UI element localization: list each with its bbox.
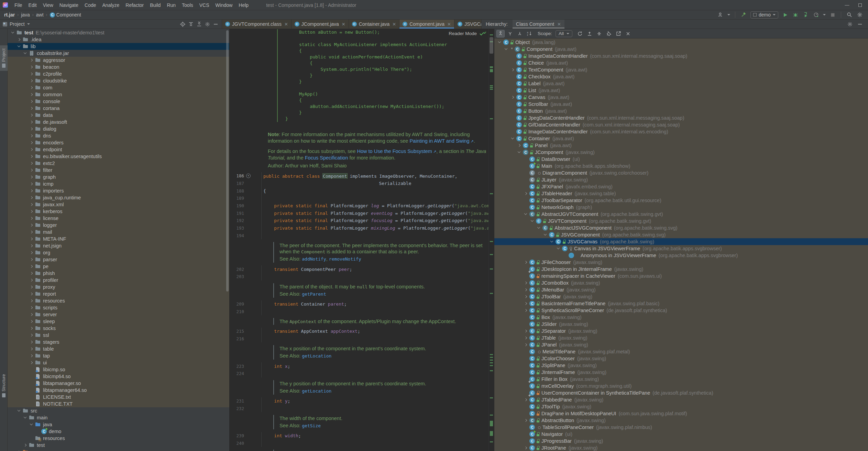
run-config-select[interactable]: demo [750, 11, 778, 19]
locate-file-icon[interactable] [180, 22, 185, 27]
project-tree-row[interactable]: icmp [8, 180, 229, 187]
hierarchy-tree-row[interactable]: CLabel(java.awt) [494, 80, 868, 87]
hierarchy-tree-row[interactable]: CAbstractJGVTComponent(org.apache.batik.… [494, 211, 868, 218]
doc-link[interactable]: Focus Specification [305, 155, 348, 161]
chevron-collapsed-icon[interactable] [523, 342, 528, 348]
code-line[interactable]: 209 transient Container parent; [230, 300, 488, 308]
chevron-collapsed-icon[interactable] [523, 294, 528, 299]
hierarchy-tree-row[interactable]: CJToolbarSeparator(org.apache.batik.util… [494, 197, 868, 204]
chevron-collapsed-icon[interactable] [29, 133, 34, 139]
hierarchy-tree-row[interactable]: CJComboBox(javax.swing) [494, 279, 868, 286]
chevron-collapsed-icon[interactable] [523, 260, 528, 265]
chevron-collapsed-icon[interactable] [29, 92, 34, 97]
hierarchy-tree-row[interactable]: CCanvas in JSVGViewerFrame(org.apache.ba… [494, 245, 868, 252]
code-line[interactable]: 187 Serializable [230, 180, 488, 187]
occurrence-mark[interactable] [490, 85, 493, 86]
chevron-collapsed-icon[interactable] [29, 264, 34, 269]
hierarchy-tree-row[interactable]: CJSeparator(javax.swing) [494, 328, 868, 334]
editor-gutter[interactable]: 216 [230, 335, 262, 343]
chevron-collapsed-icon[interactable] [29, 230, 34, 235]
project-tree-row[interactable]: endpoint [8, 146, 229, 153]
chevron-collapsed-icon[interactable] [29, 58, 34, 63]
close-icon[interactable]: ✕ [284, 22, 288, 27]
chevron-expanded-icon[interactable] [23, 51, 28, 56]
occurrence-mark[interactable] [490, 241, 493, 242]
project-tree-row[interactable]: cloudstrike [8, 77, 229, 84]
project-tree-row[interactable]: .idea [8, 36, 229, 43]
code-line[interactable]: 190 private static final PlatformLogger … [230, 202, 488, 210]
code-line[interactable]: 193 private static final PlatformLogger … [230, 224, 488, 232]
project-tree-row[interactable]: common [8, 91, 229, 98]
editor-scrollbar-thumb[interactable] [490, 37, 493, 54]
chevron-collapsed-icon[interactable] [29, 120, 34, 125]
hierarchy-tree-row[interactable]: CJToolBar(javax.swing) [494, 293, 868, 300]
project-tree-row[interactable]: dns [8, 132, 229, 139]
hierarchy-tree-row[interactable]: CChoice(java.awt) [494, 59, 868, 66]
editor-gutter[interactable]: 189 [230, 195, 262, 202]
hierarchy-tree-row[interactable]: CNavigator(ui) [494, 431, 868, 438]
menu-build[interactable]: Build [147, 0, 164, 10]
hierarchy-tree-row[interactable]: CJSplitPane(javax.swing) [494, 362, 868, 369]
editor-gutter[interactable]: 239 [230, 432, 262, 440]
hierarchy-tree-row[interactable]: CMetalTitlePane(javax.swing.plaf.metal) [494, 348, 868, 355]
chevron-collapsed-icon[interactable] [29, 113, 34, 118]
occurrence-mark[interactable] [490, 87, 493, 88]
project-tree-row[interactable]: stagers [8, 339, 229, 345]
chevron-collapsed-icon[interactable] [29, 271, 34, 276]
hide-hierarchy-icon[interactable] [857, 22, 862, 27]
doc-link[interactable]: getParent [302, 292, 326, 297]
chevron-collapsed-icon[interactable] [29, 147, 34, 152]
occurrence-mark[interactable] [490, 365, 493, 366]
editor-tab-Component.java[interactable]: CComponent.java✕ [399, 20, 454, 29]
menu-view[interactable]: View [40, 0, 56, 10]
hierarchy-tree-row[interactable]: CGifDataContentHandler(com.sun.xml.inter… [494, 121, 868, 128]
project-view-selector[interactable]: Project [3, 21, 30, 27]
chevron-collapsed-icon[interactable] [29, 65, 34, 70]
hierarchy-tree-row[interactable]: CDragPane in MotifDesktopPaneUI(com.sun.… [494, 410, 868, 417]
editor-gutter[interactable]: 193 [230, 224, 262, 232]
chevron-expanded-icon[interactable] [530, 219, 535, 224]
code-line[interactable]: 215 transient AppContext appContext; [230, 328, 488, 335]
chevron-collapsed-icon[interactable] [29, 188, 34, 194]
pin-icon[interactable] [605, 30, 613, 37]
chevron-collapsed-icon[interactable] [523, 446, 528, 451]
occurrence-mark[interactable] [490, 397, 493, 398]
chevron-expanded-icon[interactable] [510, 136, 515, 141]
close-icon[interactable] [624, 30, 632, 37]
chevron-collapsed-icon[interactable] [29, 99, 34, 104]
chevron-collapsed-icon[interactable] [23, 443, 28, 448]
user-icon[interactable] [717, 11, 724, 18]
project-tree-row[interactable]: META-INF [8, 235, 229, 242]
project-tree-row[interactable]: console [8, 98, 229, 105]
hierarchy-tab[interactable]: Class Component ✕ [513, 20, 564, 29]
chevron-expanded-icon[interactable] [10, 30, 15, 35]
chevron-collapsed-icon[interactable] [29, 285, 34, 290]
project-tree-row[interactable]: cobaltstrike.jar [8, 50, 229, 57]
editor-gutter[interactable]: 210 [230, 308, 262, 315]
project-tree-row[interactable]: profiler [8, 277, 229, 284]
hierarchy-tree-row[interactable]: CNetworkGraph(graph) [494, 204, 868, 211]
code-line[interactable]: 223 int x; [230, 362, 488, 370]
occurrence-mark[interactable] [490, 415, 493, 416]
project-tree-row[interactable]: src [8, 407, 229, 414]
editor-error-stripe[interactable]: ✓✓ [488, 29, 494, 451]
code-line[interactable]: 202 transient ComponentPeer peer; [230, 265, 488, 273]
editor-gutter[interactable]: 192 [230, 217, 262, 224]
hierarchy-tree-row[interactable]: CImageDataContentHandler(com.sun.xml.int… [494, 128, 868, 135]
expand-collapse-icon[interactable] [595, 30, 603, 37]
project-tree-row[interactable]: data [8, 112, 229, 119]
project-tree-row[interactable]: Cdemo [8, 428, 229, 435]
open-in-editor-icon[interactable] [614, 30, 623, 37]
project-tree-row[interactable]: lib [8, 43, 229, 50]
project-tree-row[interactable]: proxy [8, 284, 229, 290]
chevron-collapsed-icon[interactable] [29, 78, 34, 84]
breadcrumb-item[interactable]: Component [56, 12, 81, 18]
chevron-expanded-icon[interactable] [536, 226, 541, 231]
hierarchy-tree-row[interactable]: CJToolTip(javax.swing) [494, 403, 868, 410]
menu-edit[interactable]: Edit [25, 0, 40, 10]
editor-gutter[interactable]: 231 [230, 397, 262, 405]
hierarchy-tree-row[interactable]: CJInternalFrame(javax.swing) [494, 369, 868, 376]
menu-vcs[interactable]: VCS [196, 0, 212, 10]
code-line[interactable]: 216 [230, 335, 488, 343]
chevron-collapsed-icon[interactable] [29, 257, 34, 262]
